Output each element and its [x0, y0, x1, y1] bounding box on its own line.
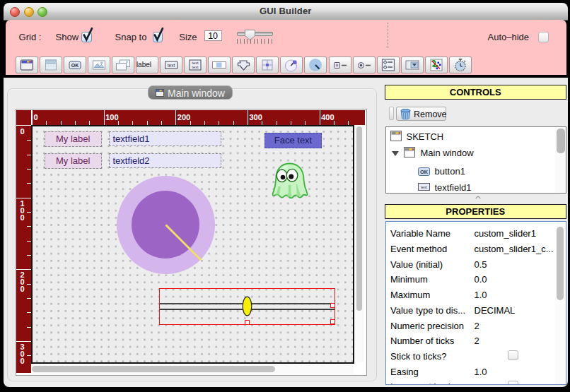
svg-text:text: text: [421, 185, 427, 189]
svg-text:text: text: [168, 63, 175, 68]
svg-text:OK: OK: [71, 63, 78, 68]
svg-text:text: text: [192, 65, 199, 69]
svg-text:OK: OK: [420, 169, 429, 175]
